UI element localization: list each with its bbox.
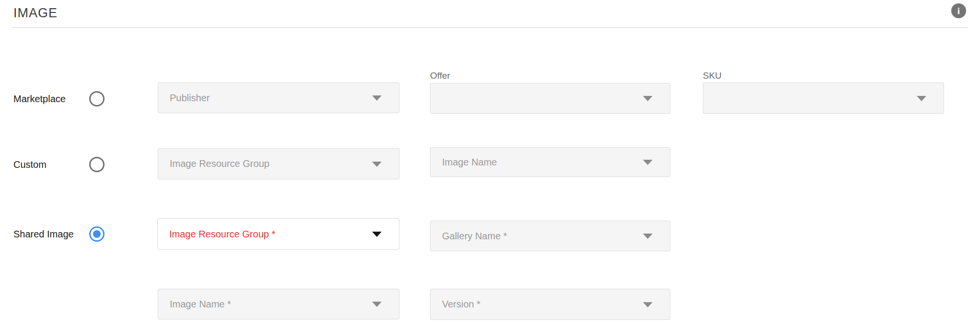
marketplace-radio-label: Marketplace [13, 93, 66, 105]
custom-image-name-placeholder: Image Name [442, 157, 497, 168]
info-icon[interactable]: i [951, 3, 966, 18]
chevron-down-icon [372, 302, 382, 307]
custom-radio[interactable] [89, 157, 105, 172]
section-title: IMAGE [13, 6, 58, 21]
custom-image-resource-group-dropdown[interactable]: Image Resource Group [158, 148, 399, 179]
publisher-dropdown[interactable]: Publisher [158, 82, 399, 113]
chevron-down-icon [372, 162, 382, 167]
publisher-placeholder: Publisher [170, 93, 210, 104]
version-dropdown[interactable]: Version * [430, 289, 670, 320]
shared-image-name-placeholder: Image Name * [170, 299, 231, 310]
custom-radio-label: Custom [13, 159, 47, 170]
shared-image-name-dropdown[interactable]: Image Name * [158, 289, 399, 319]
chevron-down-icon [643, 96, 653, 101]
chevron-down-icon [643, 302, 653, 307]
shared-image-resource-group-placeholder: Image Resource Group * [169, 229, 275, 240]
custom-image-name-dropdown[interactable]: Image Name [430, 147, 670, 177]
chevron-down-icon [372, 95, 382, 101]
shared-image-radio[interactable] [89, 226, 105, 242]
gallery-name-dropdown[interactable]: Gallery Name * [430, 221, 670, 251]
marketplace-radio[interactable] [89, 91, 105, 106]
shared-image-resource-group-dropdown[interactable]: Image Resource Group * [157, 218, 399, 250]
offer-dropdown[interactable] [430, 83, 670, 114]
chevron-down-icon [643, 234, 653, 239]
image-form-section: IMAGE i Marketplace Custom Shared Image … [0, 0, 980, 329]
gallery-name-placeholder: Gallery Name * [442, 231, 507, 242]
sku-dropdown[interactable] [703, 82, 944, 114]
sku-label: SKU [703, 70, 722, 81]
header-divider [12, 27, 968, 28]
chevron-down-icon [643, 160, 653, 165]
version-placeholder: Version * [442, 299, 480, 310]
chevron-down-icon [372, 232, 382, 237]
custom-image-resource-group-placeholder: Image Resource Group [170, 158, 269, 169]
chevron-down-icon [917, 96, 926, 101]
shared-image-radio-label: Shared Image [13, 228, 74, 240]
offer-label: Offer [430, 70, 450, 81]
